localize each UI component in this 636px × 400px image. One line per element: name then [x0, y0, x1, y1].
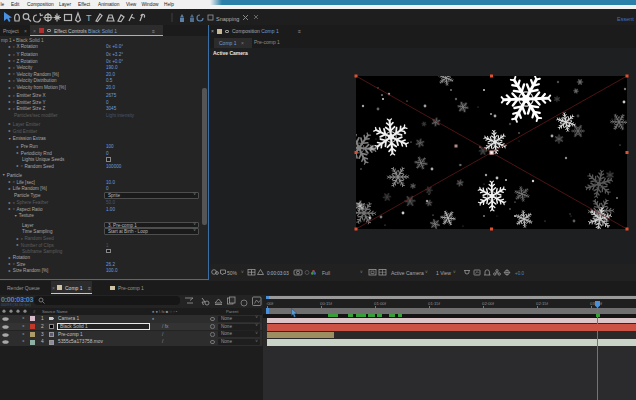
svg-text:˅: ˅	[425, 270, 428, 275]
svg-text:Snapping: Snapping	[216, 16, 239, 22]
svg-text:50%: 50%	[227, 270, 238, 276]
svg-text:˅: ˅	[241, 270, 244, 275]
svg-text:0:00:03:03: 0:00:03:03	[267, 271, 289, 276]
svg-text:Parent: Parent	[226, 309, 239, 314]
svg-text:Essent: Essent	[617, 16, 634, 22]
svg-text:T: T	[86, 13, 92, 23]
svg-text:♠ ● \ fx ■ ○ ◦ •: ♠ ● \ fx ■ ○ ◦ •	[152, 309, 178, 314]
svg-text:+0.0: +0.0	[515, 271, 525, 276]
svg-text:Source Name: Source Name	[42, 309, 68, 314]
svg-text:Full: Full	[322, 270, 330, 276]
svg-text:˅: ˅	[360, 270, 363, 275]
svg-text:#: #	[33, 309, 36, 314]
svg-text:1 View: 1 View	[436, 270, 451, 276]
svg-text:Active Camera: Active Camera	[391, 270, 424, 276]
svg-text:˅: ˅	[453, 270, 456, 275]
